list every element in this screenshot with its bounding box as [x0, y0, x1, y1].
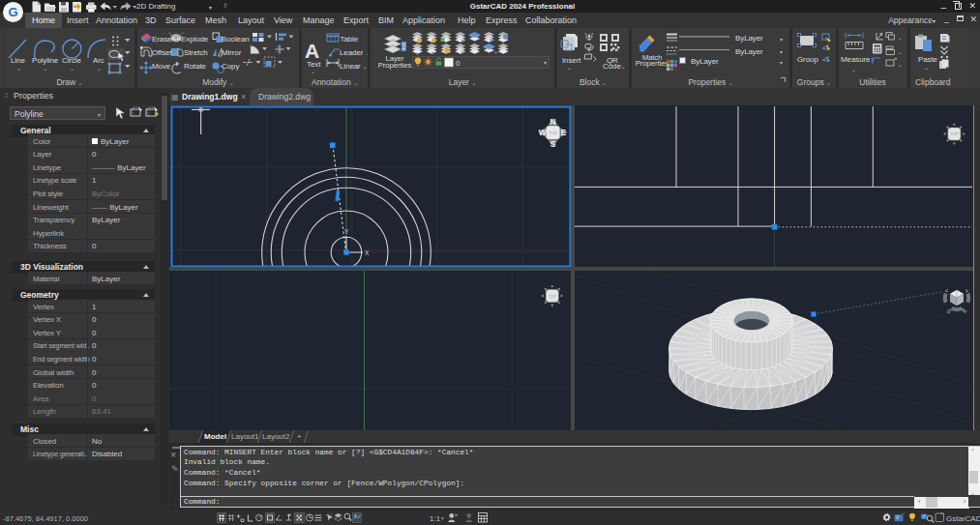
svg-text:S: S	[550, 139, 556, 149]
svg-text:E: E	[961, 307, 967, 314]
svg-text:X: X	[365, 249, 370, 256]
svg-text:N: N	[550, 117, 556, 127]
svg-text:S: S	[945, 307, 952, 314]
svg-text:TOP: TOP	[549, 294, 556, 299]
svg-text:0: 0	[456, 59, 460, 68]
svg-text:Y: Y	[344, 228, 349, 235]
svg-text:TOP: TOP	[549, 131, 557, 135]
svg-text:TOP: TOP	[950, 131, 958, 136]
svg-text:G: G	[8, 5, 17, 19]
svg-text:W: W	[539, 128, 548, 137]
svg-text:E: E	[561, 128, 567, 137]
